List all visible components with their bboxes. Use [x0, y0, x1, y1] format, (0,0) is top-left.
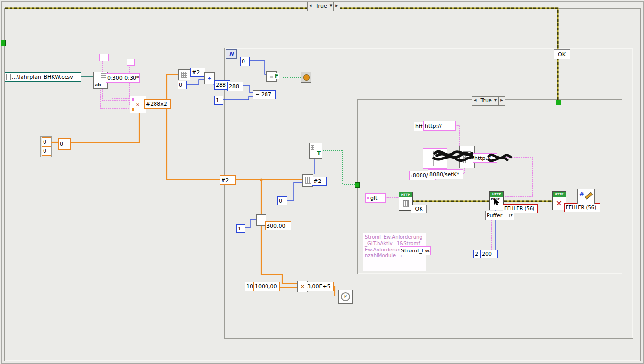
url-string-constant[interactable]: 8080/setK*	[428, 169, 463, 179]
case-next-arrow[interactable]: ▶	[333, 2, 339, 11]
index-label[interactable]: #2	[312, 177, 327, 186]
string-array-constant[interactable]	[423, 148, 447, 169]
case-prev-arrow[interactable]: ◀	[308, 2, 313, 11]
array-size-icon[interactable]	[178, 69, 190, 80]
case-dropdown-arrow[interactable]: ▼	[330, 2, 333, 11]
array-glyph	[181, 72, 187, 78]
numeric-constant[interactable]: 0	[58, 138, 71, 150]
numeric-constant[interactable]: 0	[42, 146, 51, 156]
outer-case-label[interactable]: True	[313, 2, 329, 11]
string-array-cell	[425, 159, 434, 166]
false-label: F	[274, 73, 279, 79]
numeric-constant[interactable]: 1000,00	[253, 282, 280, 291]
format-string-constant[interactable]: 0;300 0;30*	[106, 73, 140, 83]
numeric-constant[interactable]: 1	[214, 96, 223, 105]
numeric-constant[interactable]: 0	[178, 81, 187, 89]
loop-count-terminal[interactable]: N	[226, 49, 237, 59]
string-constant-empty[interactable]	[99, 54, 109, 61]
numeric-constant[interactable]: 0	[240, 57, 250, 66]
to-boolean-icon[interactable]: T	[309, 143, 322, 159]
error-indicator[interactable]: FEHLER (56)	[503, 204, 538, 213]
pink-dot	[367, 197, 369, 199]
numeric-indicator[interactable]: 300,00	[265, 221, 291, 230]
numeric-constant[interactable]: 200	[480, 250, 498, 258]
concat-glyph	[463, 151, 471, 163]
array-glyph	[311, 145, 314, 150]
loop-tunnel-value[interactable]: 288	[227, 82, 243, 91]
chevron-down-icon[interactable]: ▼	[509, 214, 513, 217]
array-glyph	[305, 177, 311, 184]
close-icon: ✕	[556, 199, 562, 208]
array-tunnel-label[interactable]: #2	[220, 175, 236, 185]
size-label[interactable]: #2	[190, 68, 205, 77]
orange-dot	[132, 108, 134, 111]
case-selector-terminal[interactable]	[355, 182, 360, 188]
glt-string-constant[interactable]: glt	[365, 193, 386, 203]
labview-block-diagram: ◀ True ▼ ▶ ◀ True ▼ ▶ OK ...\fahrplan_BH…	[0, 0, 644, 364]
numeric-constant[interactable]: 0	[42, 137, 51, 147]
inner-case-label[interactable]: True	[478, 97, 494, 105]
pink-dot	[132, 98, 134, 101]
round-led-indicator[interactable]	[301, 72, 311, 83]
numeric-constant[interactable]: 1	[236, 224, 245, 233]
case-next-arrow[interactable]: ▶	[498, 97, 504, 105]
array-dims-label[interactable]: #288x2	[144, 99, 171, 109]
format-into-string-icon[interactable]: #	[577, 189, 595, 204]
numeric-indicator[interactable]: 3,00E+5	[306, 282, 334, 291]
numeric-constant[interactable]: 0	[277, 196, 287, 205]
error-indicator[interactable]: FEHLER (56)	[564, 203, 600, 212]
numeric-indicator[interactable]: 287	[260, 90, 276, 99]
quotient-remainder-icon[interactable]: ÷	[204, 72, 215, 84]
path-glyph	[6, 74, 11, 80]
string-constant-empty[interactable]	[127, 59, 135, 66]
http-post-node[interactable]: HTTP POST	[489, 191, 504, 210]
vi-icon-p[interactable]: P	[338, 290, 353, 304]
string-array-cell	[425, 151, 434, 158]
case-dropdown-arrow[interactable]: ▼	[494, 97, 498, 105]
ok-indicator[interactable]: OK	[411, 205, 427, 213]
inner-case-selector[interactable]: ◀ True ▼ ▶	[472, 96, 505, 106]
url-result-indicator[interactable]: http://	[473, 153, 497, 163]
p-glyph: P	[341, 292, 350, 301]
case-prev-arrow[interactable]: ◀	[472, 97, 478, 105]
array-function-icon[interactable]: ✕	[130, 96, 146, 113]
pencil-icon	[585, 192, 593, 200]
outer-case-selector[interactable]: ◀ True ▼ ▶	[307, 2, 340, 11]
file-path-constant[interactable]: ...\fahrplan_BHKW.ccsv	[5, 72, 81, 82]
led-glyph	[303, 74, 310, 81]
boolean-tunnel[interactable]	[1, 40, 6, 46]
ok-boolean-constant[interactable]: OK	[554, 49, 570, 59]
array-glyph	[259, 217, 264, 223]
document-icon	[403, 200, 409, 207]
boolean-tunnel[interactable]	[556, 100, 561, 105]
body-string-constant[interactable]: Stromf_Ew.*	[400, 246, 431, 255]
http-string-constant[interactable]: http://	[423, 121, 456, 131]
